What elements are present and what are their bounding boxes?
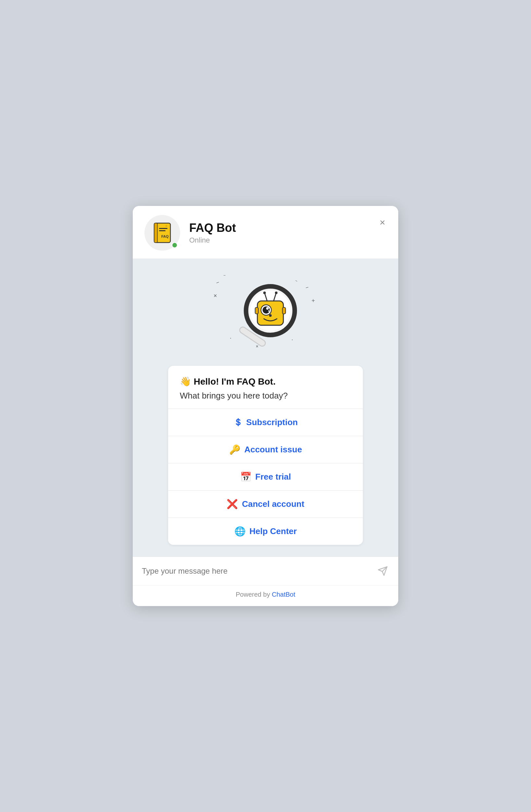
option-cancel-account-label: Cancel account [242, 499, 304, 509]
greeting-section: 👋 Hello! I'm FAQ Bot. What brings you he… [168, 366, 363, 409]
close-button[interactable]: × [378, 216, 387, 229]
greeting-sub: What brings you here today? [180, 391, 351, 401]
online-indicator [172, 242, 178, 248]
svg-text:·: · [230, 335, 232, 341]
chat-header: FAQ ★ FAQ Bot Online × [133, 206, 398, 259]
greeting-bold: 👋 Hello! I'm FAQ Bot. [180, 376, 351, 387]
svg-rect-2 [159, 228, 167, 229]
account-issue-icon: 🔑 [229, 445, 240, 454]
header-info: FAQ Bot Online [189, 221, 387, 245]
robot-svg: − − × − − × · · × [213, 272, 318, 356]
chat-footer: Powered by ChatBot [133, 585, 398, 606]
option-free-trial[interactable]: 📅 Free trial [168, 463, 363, 491]
option-subscription-label: Subscription [246, 417, 298, 427]
faq-book-icon: FAQ ★ [149, 220, 175, 246]
free-trial-icon: 📅 [240, 473, 252, 481]
svg-text:−: − [294, 278, 298, 284]
subscription-icon: ＄ [233, 418, 242, 427]
svg-rect-28 [255, 307, 258, 314]
bot-name: FAQ Bot [189, 221, 387, 235]
chatbot-brand-link[interactable]: ChatBot [272, 591, 295, 598]
svg-text:×: × [213, 292, 217, 299]
option-account-issue[interactable]: 🔑 Account issue [168, 436, 363, 463]
cancel-account-icon: ❌ [226, 500, 238, 509]
chat-widget: FAQ ★ FAQ Bot Online × − − × − − × [133, 206, 398, 606]
svg-text:FAQ: FAQ [161, 234, 169, 238]
chat-input-area [133, 556, 398, 585]
svg-rect-1 [154, 223, 157, 243]
send-icon [377, 566, 388, 576]
bot-status: Online [189, 236, 387, 245]
svg-point-21 [263, 291, 266, 294]
option-free-trial-label: Free trial [255, 472, 291, 482]
help-center-icon: 🌐 [234, 527, 246, 536]
option-help-center[interactable]: 🌐 Help Center [168, 518, 363, 545]
svg-point-30 [269, 314, 272, 317]
message-card: 👋 Hello! I'm FAQ Bot. What brings you he… [168, 366, 363, 545]
bot-avatar-wrap: FAQ ★ [144, 215, 180, 251]
bot-illustration: − − × − − × · · × [213, 272, 318, 356]
svg-point-25 [263, 306, 270, 314]
option-account-issue-label: Account issue [244, 445, 302, 455]
svg-point-23 [275, 291, 278, 294]
svg-rect-29 [282, 307, 285, 314]
option-help-center-label: Help Center [250, 526, 297, 536]
option-subscription[interactable]: ＄ Subscription [168, 409, 363, 436]
svg-rect-3 [159, 230, 166, 231]
svg-text:−: − [305, 285, 309, 291]
svg-text:·: · [292, 336, 293, 343]
powered-by-label: Powered by [236, 591, 270, 598]
svg-text:−: − [223, 273, 226, 278]
chat-body: − − × − − × · · × [133, 259, 398, 556]
svg-point-26 [266, 307, 269, 310]
svg-text:−: − [215, 279, 220, 286]
option-cancel-account[interactable]: ❌ Cancel account [168, 491, 363, 518]
message-input[interactable] [142, 566, 371, 576]
send-button[interactable] [376, 565, 389, 578]
svg-point-27 [268, 310, 269, 311]
svg-text:★: ★ [165, 224, 168, 228]
svg-text:×: × [310, 298, 316, 304]
